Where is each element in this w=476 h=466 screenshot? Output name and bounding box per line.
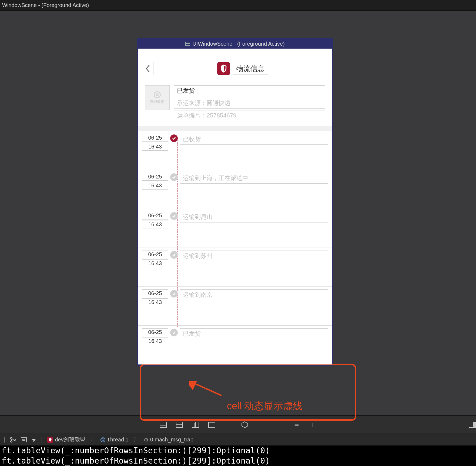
- timeline-time: 06-2516:43: [142, 212, 168, 248]
- annotation-text: cell 动态显示虚线: [227, 400, 303, 413]
- timeline-time: 06-2516:43: [142, 328, 168, 364]
- timeline-hour: 16:43: [142, 259, 168, 267]
- app-shield-icon: [217, 62, 230, 75]
- chevron-right-icon: 〉: [90, 436, 96, 443]
- outer-window-title-text: WindowScene - (Foreground Active): [2, 2, 89, 8]
- product-thumbnail: 剑琅联盟: [145, 85, 170, 110]
- svg-rect-11: [473, 422, 475, 427]
- timeline-desc: 运输到南京: [180, 289, 328, 325]
- check-circle-icon: [170, 173, 178, 181]
- clips-icon[interactable]: [208, 421, 216, 428]
- thread-icon: [100, 437, 105, 442]
- box-icon[interactable]: [21, 437, 27, 442]
- thumb-label: 剑琅联盟: [150, 99, 165, 104]
- placeholder-icon: [154, 91, 161, 98]
- timeline-node: [168, 289, 180, 325]
- timeline-date: 06-25: [142, 173, 168, 181]
- timeline-date: 06-25: [142, 289, 168, 297]
- minus-control[interactable]: －: [277, 421, 284, 428]
- timeline-text: 运输到上海，正在派送中: [180, 173, 328, 184]
- debug-breadcrumb-bar: | ➤ | dev剑琅联盟 〉 Thread 1 〉 ⚙ 0 mach_msg_…: [0, 434, 476, 445]
- status-field: 已发货: [174, 85, 325, 96]
- timeline-hour: 16:43: [142, 337, 168, 345]
- timeline-desc: 已收货: [180, 134, 328, 170]
- timeline-row[interactable]: 06-2516:43运输到苏州: [138, 248, 332, 287]
- breadcrumb-frame-label: 0 mach_msg_trap: [150, 437, 193, 443]
- window-icon: [185, 42, 190, 46]
- timeline-node: [168, 134, 180, 170]
- check-circle-icon: [170, 251, 178, 259]
- timeline-time: 06-2516:43: [142, 173, 168, 209]
- section-gap: [138, 126, 332, 131]
- timeline-row[interactable]: 06-2516:43运输到上海，正在派送中: [138, 170, 332, 209]
- timeline-text: 运输到昆山: [180, 212, 328, 222]
- timeline-desc: 运输到苏州: [180, 251, 328, 286]
- annotation-arrow-icon: [189, 381, 224, 397]
- timeline-date: 06-25: [142, 328, 168, 336]
- breadcrumb-frame[interactable]: ⚙ 0 mach_msg_trap: [144, 437, 193, 443]
- check-circle-icon: [170, 134, 178, 142]
- timeline-date: 06-25: [142, 251, 168, 258]
- timeline-text: 已收货: [180, 134, 328, 145]
- plus-control[interactable]: ＋: [309, 421, 317, 428]
- console-output[interactable]: ft.tableView(_:numberOfRowsInSection:)[2…: [0, 445, 476, 466]
- app-shield-small-icon: [47, 437, 53, 443]
- breadcrumb-thread[interactable]: Thread 1: [100, 437, 129, 443]
- right-panel-icon[interactable]: [468, 421, 476, 428]
- timeline-time: 06-2516:43: [142, 251, 168, 286]
- timeline-hour: 16:43: [142, 182, 168, 190]
- timeline-hour: 16:43: [142, 298, 168, 306]
- timeline-text: 运输到苏州: [180, 251, 328, 261]
- svg-rect-5: [192, 423, 195, 427]
- timeline-desc: 运输到昆山: [180, 212, 328, 248]
- branch-icon[interactable]: [10, 437, 16, 443]
- check-circle-icon: [170, 290, 178, 298]
- svg-point-13: [11, 441, 12, 442]
- summary-fields: 已发货 承运来源：圆通快递 运单编号：257854679: [174, 85, 325, 121]
- divider-icon: |: [41, 437, 42, 443]
- timeline-node: [168, 212, 180, 248]
- annotation-rectangle: [140, 364, 356, 421]
- chevron-right-icon: 〉: [133, 436, 139, 443]
- breadcrumb-thread-label: Thread 1: [107, 437, 129, 443]
- gear-icon: ⚙: [144, 437, 149, 443]
- svg-point-14: [14, 439, 15, 441]
- check-circle-icon: [170, 212, 178, 220]
- timeline-hour: 16:43: [142, 143, 168, 151]
- breadcrumb-app[interactable]: dev剑琅联盟: [47, 436, 85, 443]
- nav-header: 物流信息: [138, 58, 332, 79]
- header-center: 物流信息: [157, 62, 328, 75]
- summary-card: 剑琅联盟 已发货 承运来源：圆通快递 运单编号：257854679: [142, 82, 328, 126]
- outer-window-title: WindowScene - (Foreground Active): [0, 0, 476, 11]
- timeline-row[interactable]: 06-2516:43已收货: [138, 131, 332, 170]
- timeline-node: [168, 173, 180, 209]
- simulator-titlebar: UIWindowScene - (Foreground Active): [138, 39, 332, 49]
- status-bar: [138, 49, 332, 58]
- equals-control[interactable]: ＝: [293, 421, 300, 428]
- simulator-title-text: UIWindowScene - (Foreground Active): [192, 41, 284, 47]
- timeline-list[interactable]: 06-2516:43已收货06-2516:43运输到上海，正在派送中06-251…: [138, 131, 332, 364]
- timeline-hour: 16:43: [142, 221, 168, 228]
- layout-icon-1[interactable]: [159, 421, 167, 428]
- location-arrow-icon[interactable]: ➤: [30, 436, 38, 444]
- svg-rect-1: [160, 422, 166, 427]
- timeline-node: [168, 251, 180, 286]
- timeline-date: 06-25: [142, 212, 168, 220]
- timeline-text: 运输到南京: [180, 289, 328, 300]
- svg-point-12: [11, 437, 12, 439]
- chevron-left-icon: [145, 65, 151, 73]
- cube-icon[interactable]: [241, 421, 249, 428]
- divider-icon: |: [4, 437, 5, 443]
- stack-icon[interactable]: [192, 421, 199, 428]
- timeline-date: 06-25: [142, 134, 168, 142]
- timeline-row[interactable]: 06-2516:43已发货: [138, 326, 332, 364]
- carrier-field: 承运来源：圆通快递: [174, 98, 325, 109]
- timeline-row[interactable]: 06-2516:43运输到昆山: [138, 209, 332, 248]
- breadcrumb-app-label: dev剑琅联盟: [55, 436, 85, 443]
- back-button[interactable]: [142, 62, 153, 75]
- timeline-desc: 运输到上海，正在派送中: [180, 173, 328, 209]
- simulator-window: UIWindowScene - (Foreground Active) 物流信息…: [137, 38, 333, 366]
- page-title: 物流信息: [233, 63, 268, 75]
- layout-icon-2[interactable]: [176, 421, 183, 428]
- timeline-row[interactable]: 06-2516:43运输到南京: [138, 287, 332, 326]
